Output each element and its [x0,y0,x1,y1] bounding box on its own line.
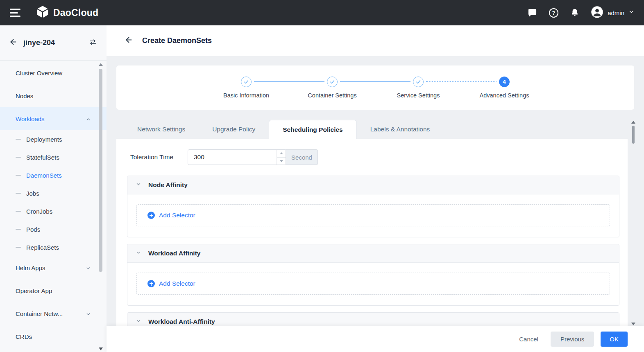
switch-cluster-icon[interactable] [88,38,98,48]
ok-button[interactable]: OK [601,332,628,347]
step-label: Basic Information [223,92,269,99]
scroll-down-icon[interactable] [99,347,103,350]
help-icon[interactable]: ? [548,7,559,18]
dash-icon [16,175,21,176]
tab-label: Upgrade Policy [212,126,255,133]
workload-anti-affinity-header[interactable]: Workload Anti-Affinity [127,313,619,326]
sidebar-item-label: CronJobs [26,208,52,215]
notifications-bell-icon[interactable] [569,7,580,18]
sidebar-header: jinye-204 [0,25,107,61]
tab-label: Scheduling Policies [283,126,342,133]
tab-network-settings[interactable]: Network Settings [124,120,199,139]
sidebar-item-crds[interactable]: CRDs [0,325,107,348]
sidebar-item-daemonsets[interactable]: DaemonSets [0,166,107,184]
workload-affinity-section: Workload Affinity Add Selector [127,244,619,306]
scrollbar-thumb[interactable] [632,126,635,144]
tab-label: Labels & Annotations [370,126,430,133]
page-back-icon[interactable] [125,36,133,46]
spinner-up-icon[interactable] [277,150,286,158]
step-check-icon [413,77,424,87]
scroll-up-icon[interactable] [99,63,103,66]
chat-icon[interactable] [527,7,537,18]
step-advanced-settings: 4 Advanced Settings [461,77,547,99]
cancel-button[interactable]: Cancel [513,332,544,347]
dash-icon [16,247,21,248]
scroll-up-icon[interactable] [631,121,635,124]
step-service-settings: Service Settings [375,77,461,99]
step-label: Service Settings [397,92,440,99]
sidebar-item-statefulsets[interactable]: StatefulSets [0,148,107,166]
toleration-time-input[interactable] [188,149,286,165]
sidebar-item-replicasets[interactable]: ReplicaSets [0,238,107,256]
topbar: DaoCloud ? [0,0,644,25]
previous-button[interactable]: Previous [551,332,594,347]
sidebar-item-label: Pods [26,226,40,233]
dash-icon [16,139,21,140]
add-selector-label: Add Selector [159,212,195,219]
avatar [591,6,603,20]
dash-icon [16,157,21,158]
sidebar-item-deployments[interactable]: Deployments [0,130,107,148]
stepper: Basic Information Container Settings Ser… [203,77,547,99]
content-area: Basic Information Container Settings Ser… [107,56,644,326]
tab-scheduling-policies[interactable]: Scheduling Policies [269,120,356,139]
settings-tabs: Network Settings Upgrade Policy Scheduli… [116,120,628,139]
cluster-back-icon[interactable] [9,38,18,48]
tab-upgrade-policy[interactable]: Upgrade Policy [199,120,269,139]
dash-icon [16,211,21,212]
add-selector-button[interactable]: Add Selector [136,273,610,295]
workload-anti-affinity-section: Workload Anti-Affinity [127,312,619,326]
node-affinity-header[interactable]: Node Affinity [127,176,619,194]
collapse-chevron-icon [136,250,141,257]
toleration-unit: Second [286,149,318,165]
scroll-down-icon[interactable] [631,323,635,325]
sidebar-item-cronjobs[interactable]: CronJobs [0,202,107,220]
sidebar-item-label: Container Netw... [16,310,63,317]
footer-actions: Cancel Previous OK [107,326,644,352]
number-spinner [277,150,286,165]
sidebar-item-nodes[interactable]: Nodes [0,84,107,107]
sidebar-item-workloads[interactable]: Workloads [0,107,107,130]
sidebar-item-label: Operator App [16,287,52,294]
scrollbar-thumb[interactable] [99,69,102,272]
daocloud-cube-icon [36,5,49,20]
user-menu[interactable]: admin [591,6,634,20]
sidebar-item-pods[interactable]: Pods [0,220,107,238]
tab-labels-annotations[interactable]: Labels & Annotations [357,120,444,139]
sidebar-scrollbar[interactable] [99,63,102,350]
step-container-settings: Container Settings [289,77,375,99]
toleration-time-label: Toleration Time [130,153,188,161]
sidebar-item-label: Workloads [16,115,45,122]
step-number: 4 [499,77,510,87]
sidebar-item-label: ReplicaSets [26,244,59,251]
step-label: Container Settings [308,92,356,99]
dash-icon [16,193,21,194]
add-selector-button[interactable]: Add Selector [136,204,610,226]
node-affinity-section: Node Affinity Add Selector [127,176,619,237]
sidebar-item-label: CRDs [16,333,32,340]
workload-affinity-body: Add Selector [127,263,619,305]
spinner-down-icon[interactable] [277,158,286,165]
workload-affinity-header[interactable]: Workload Affinity [127,244,619,263]
sidebar-item-operator-app[interactable]: Operator App [0,279,107,302]
sidebar-item-label: Nodes [16,93,33,99]
plus-circle-icon [147,280,155,287]
plus-circle-icon [147,212,155,219]
page-title: Create DaemonSets [142,36,212,45]
section-title: Workload Affinity [148,250,200,257]
sidebar-item-jobs[interactable]: Jobs [0,184,107,202]
sidebar-item-label: StatefulSets [26,154,59,161]
username: admin [608,9,624,16]
collapse-chevron-icon [136,318,141,325]
sidebar-item-label: Deployments [26,136,62,143]
sidebar-item-helm-apps[interactable]: Helm Apps [0,256,107,279]
step-label: Advanced Settings [480,92,529,99]
sidebar-item-container-network[interactable]: Container Netw... [0,302,107,325]
chevron-down-icon [86,311,91,318]
sidebar-item-cluster-overview[interactable]: Cluster Overview [0,61,107,84]
chevron-up-icon [86,116,91,123]
toleration-time-row: Toleration Time Second [116,139,628,165]
main-scrollbar[interactable] [631,121,635,325]
hamburger-menu-icon[interactable] [10,9,20,17]
brand-name: DaoCloud [53,7,98,18]
